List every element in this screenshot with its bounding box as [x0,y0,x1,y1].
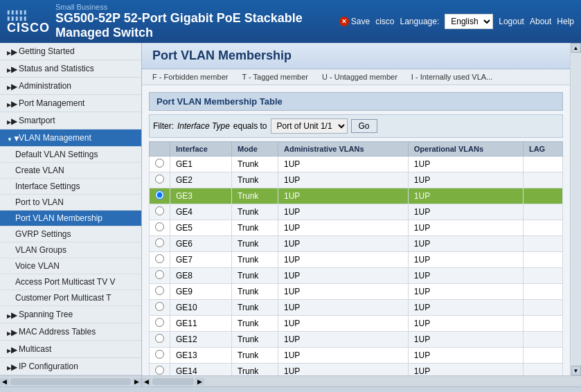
cell-op-vlans: 1UP [408,204,523,220]
content-hscroll[interactable]: ◀ ▶ [142,376,581,386]
row-radio[interactable] [155,222,164,231]
cell-admin-vlans: 1UP [278,172,409,188]
cell-mode: Trunk [232,236,278,252]
bottom-scroll-area: ◀ ▶ ◀ ▶ [0,375,581,386]
row-radio[interactable] [155,334,164,343]
sidebar-sub-interface-settings[interactable]: Interface Settings [0,179,141,195]
cell-op-vlans: 1UP [408,284,523,300]
table-row[interactable]: GE3 Trunk 1UP 1UP [150,188,563,204]
sidebar-item-smartport[interactable]: ▶ Smartport [0,112,141,130]
help-button[interactable]: Help [557,17,574,26]
cell-admin-vlans: 1UP [278,284,409,300]
right-scrollbar[interactable]: ▲ ▼ [570,43,581,375]
row-select-cell[interactable] [150,348,170,364]
sidebar-item-vlan-management[interactable]: ▼ VLAN Management [0,130,141,147]
row-select-cell[interactable] [150,364,170,376]
row-select-cell[interactable] [150,157,170,172]
filter-select[interactable]: Port of Unit 1/1 LAG All [271,118,348,134]
sidebar-sub-port-to-vlan[interactable]: Port to VLAN [0,195,141,211]
table-row[interactable]: GE4 Trunk 1UP 1UP [150,204,563,220]
table-row[interactable]: GE14 Trunk 1UP 1UP [150,364,563,376]
row-radio[interactable] [155,350,164,359]
table-row[interactable]: GE2 Trunk 1UP 1UP [150,172,563,188]
content-scroll-right-btn[interactable]: ▶ [195,378,204,385]
scroll-down-button[interactable]: ▼ [571,366,581,375]
row-select-cell[interactable] [150,252,170,268]
col-lag: LAG [523,142,562,157]
cell-mode: Trunk [232,284,278,300]
sidebar-item-ip-configuration[interactable]: ▶ IP Configuration [0,358,141,375]
scroll-up-button[interactable]: ▲ [571,43,581,53]
table-row[interactable]: GE8 Trunk 1UP 1UP [150,268,563,284]
sidebar-item-mac-tables[interactable]: ▶ MAC Address Tables [0,323,141,341]
cell-mode: Trunk [232,157,278,172]
sidebar-sub-vlan-groups[interactable]: VLAN Groups [0,242,141,258]
logout-button[interactable]: Logout [499,17,524,26]
row-select-cell[interactable] [150,300,170,316]
table-row[interactable]: GE9 Trunk 1UP 1UP [150,284,563,300]
sidebar-sub-customer-port-multicast[interactable]: Customer Port Multicast T [0,290,141,306]
table-row[interactable]: GE1 Trunk 1UP 1UP [150,157,563,172]
row-radio[interactable] [155,254,164,263]
row-select-cell[interactable] [150,332,170,348]
about-button[interactable]: About [530,17,551,26]
row-radio[interactable] [155,190,164,199]
sidebar-sub-create-vlan[interactable]: Create VLAN [0,163,141,179]
cell-admin-vlans: 1UP [278,316,409,332]
table-row[interactable]: GE6 Trunk 1UP 1UP [150,236,563,252]
row-radio[interactable] [155,206,164,215]
row-select-cell[interactable] [150,204,170,220]
sidebar-label: Multicast [19,344,51,354]
go-button[interactable]: Go [351,119,377,133]
row-select-cell[interactable] [150,268,170,284]
table-scroll-area[interactable]: Interface Mode Administrative VLANs Oper… [149,141,563,375]
table-row[interactable]: GE11 Trunk 1UP 1UP [150,316,563,332]
row-select-cell[interactable] [150,220,170,236]
cell-op-vlans: 1UP [408,348,523,364]
sidebar-item-getting-started[interactable]: ▶ Getting Started [0,43,141,60]
sidebar-hscroll[interactable]: ◀ ▶ [0,376,142,386]
row-radio[interactable] [155,159,164,168]
sidebar-sub-access-port-multicast[interactable]: Access Port Multicast TV V [0,274,141,290]
cisco-logo-text: CISCO [7,21,50,34]
row-select-cell[interactable] [150,236,170,252]
table-row[interactable]: GE7 Trunk 1UP 1UP [150,252,563,268]
row-select-cell[interactable] [150,316,170,332]
sidebar-item-multicast[interactable]: ▶ Multicast [0,341,141,358]
row-select-cell[interactable] [150,172,170,188]
top-bar: ▮▮▮▮▮▮▮▮▮▮ CISCO Small Business SG500-52… [0,0,581,43]
cell-interface: GE10 [170,300,232,316]
row-select-cell[interactable] [150,284,170,300]
language-select[interactable]: English [445,14,493,29]
sidebar-sub-port-vlan-membership[interactable]: Port VLAN Membership [0,211,141,226]
scroll-left-btn[interactable]: ◀ [0,378,9,385]
cell-lag [523,157,562,172]
row-radio[interactable] [155,286,164,295]
sidebar-item-port-management[interactable]: ▶ Port Management [0,95,141,112]
cell-mode: Trunk [232,252,278,268]
row-select-cell[interactable] [150,188,170,204]
sidebar-sub-default-vlan[interactable]: Default VLAN Settings [0,147,141,163]
sidebar-item-status-statistics[interactable]: ▶ Status and Statistics [0,60,141,78]
table-row[interactable]: GE10 Trunk 1UP 1UP [150,300,563,316]
row-radio[interactable] [155,302,164,311]
sidebar-sub-gvrp-settings[interactable]: GVRP Settings [0,226,141,242]
cell-interface: GE12 [170,332,232,348]
row-radio[interactable] [155,318,164,327]
sidebar-item-spanning-tree[interactable]: ▶ Spanning Tree [0,306,141,323]
row-radio[interactable] [155,175,164,184]
row-radio[interactable] [155,238,164,247]
row-radio[interactable] [155,366,164,375]
table-row[interactable]: GE13 Trunk 1UP 1UP [150,348,563,364]
col-select [150,142,170,157]
content-scroll-left-btn[interactable]: ◀ [142,378,151,385]
table-row[interactable]: GE5 Trunk 1UP 1UP [150,220,563,236]
cell-lag [523,348,562,364]
table-row[interactable]: GE12 Trunk 1UP 1UP [150,332,563,348]
filter-label: Filter: [153,121,174,131]
sidebar-item-administration[interactable]: ▶ Administration [0,78,141,95]
sidebar-sub-voice-vlan[interactable]: Voice VLAN [0,258,141,274]
scroll-right-btn[interactable]: ▶ [132,378,141,385]
row-radio[interactable] [155,270,164,279]
save-button[interactable]: ✕ Save [339,17,370,26]
